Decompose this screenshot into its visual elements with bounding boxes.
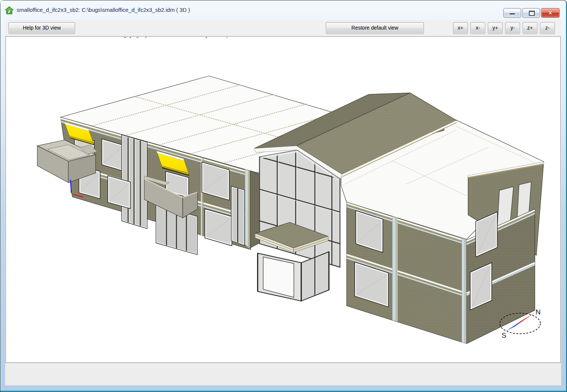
curtain-wall-strips (232, 187, 244, 245)
facade-window (203, 163, 229, 199)
view-y-plus-button[interactable]: y+ (488, 22, 503, 34)
entrance-vestibule (255, 222, 329, 301)
close-button[interactable]: x (541, 8, 560, 18)
facade-window (357, 212, 382, 252)
screen: smalloffice_d_ifc2x3_sb2: C:\bugs\smallo… (0, 0, 567, 392)
facade-window (108, 177, 129, 208)
view-x-plus-button[interactable]: x+ (453, 22, 468, 34)
vestibule-glazing (258, 252, 329, 301)
window-content: Help for 3D view Restore default view x+… (5, 20, 561, 385)
titlebar[interactable]: smalloffice_d_ifc2x3_sb2: C:\bugs\smallo… (0, 0, 566, 20)
view-z-minus-button[interactable]: z- (540, 22, 555, 34)
3d-viewport[interactable]: N S (6, 36, 561, 363)
view-x-minus-button[interactable]: x- (470, 22, 485, 34)
toolbar: Help for 3D view Restore default view x+… (5, 20, 561, 36)
help-3d-view-button[interactable]: Help for 3D view (9, 22, 75, 34)
corner-joint (245, 169, 250, 249)
view-y-minus-button[interactable]: y- (505, 22, 520, 34)
maximize-button[interactable] (522, 8, 540, 18)
clipped-top-geometry (124, 37, 227, 38)
building-3d-model: N S (6, 37, 560, 362)
view-z-plus-button[interactable]: z+ (523, 22, 537, 34)
maximize-icon (529, 11, 535, 16)
application-window: smalloffice_d_ifc2x3_sb2: C:\bugs\smallo… (0, 0, 566, 391)
window-controls: x (503, 8, 560, 18)
facade-window (102, 140, 123, 170)
close-icon: x (541, 9, 559, 16)
side-window (476, 213, 496, 256)
compass-north-label: N (536, 308, 541, 316)
window-title: smalloffice_d_ifc2x3_sb2: C:\bugs\smallo… (17, 7, 190, 13)
status-bar (6, 363, 561, 385)
minimize-button[interactable] (503, 8, 521, 18)
house-icon (5, 6, 14, 14)
side-window (471, 264, 491, 309)
restore-default-view-button[interactable]: Restore default view (326, 22, 424, 34)
compass-south-label: S (502, 331, 506, 339)
minimize-icon (510, 13, 515, 14)
facade-window (206, 210, 231, 245)
